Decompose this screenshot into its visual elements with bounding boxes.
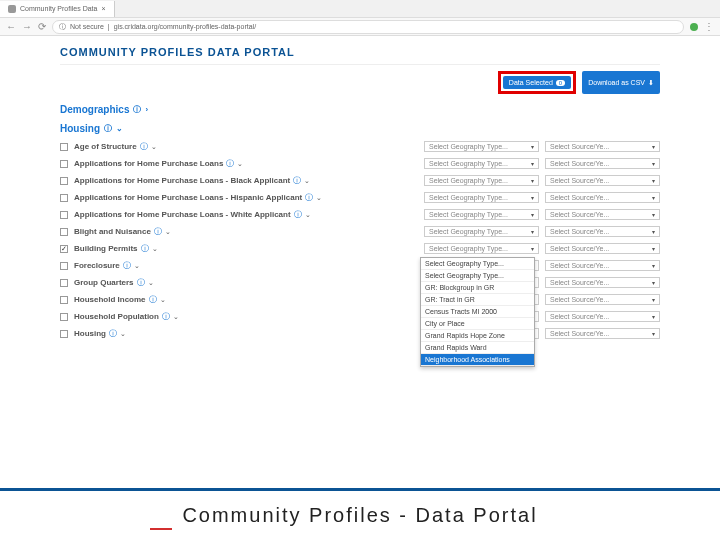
dropdown-option[interactable]: Grand Rapids Hope Zone [421, 330, 534, 342]
source-select[interactable]: Select Source/Ye...▾ [545, 158, 660, 169]
source-select[interactable]: Select Source/Ye...▾ [545, 175, 660, 186]
chevron-down-icon: ⌄ [165, 228, 171, 236]
dropdown-option[interactable]: Grand Rapids Ward [421, 342, 534, 354]
variable-row: Household Income ⓘ ⌄Select Geography Typ… [60, 291, 660, 308]
variable-row: Blight and Nuisance ⓘ ⌄Select Geography … [60, 223, 660, 240]
dropdown-option[interactable]: City or Place [421, 318, 534, 330]
browser-address-bar: ← → ⟳ ⓘ Not secure | gis.cridata.org/com… [0, 18, 720, 36]
info-icon[interactable]: ⓘ [154, 226, 162, 237]
caret-icon: ▾ [531, 245, 534, 252]
variable-row: Building Permits ⓘ ⌄Select Geography Typ… [60, 240, 660, 257]
url-input[interactable]: ⓘ Not secure | gis.cridata.org/community… [52, 20, 684, 34]
caret-icon: ▾ [652, 313, 655, 320]
info-icon[interactable]: ⓘ [140, 141, 148, 152]
info-icon[interactable]: ⓘ [133, 104, 141, 115]
source-select[interactable]: Select Source/Ye...▾ [545, 192, 660, 203]
info-icon[interactable]: ⓘ [123, 260, 131, 271]
variable-label: Applications for Home Purchase Loans - B… [74, 175, 418, 186]
extension-icon[interactable] [690, 23, 698, 31]
forward-icon[interactable]: → [22, 21, 32, 32]
geography-select[interactable]: Select Geography Type...▾ [424, 226, 539, 237]
browser-tab[interactable]: Community Profiles Data × [0, 1, 115, 17]
variable-label: Housing ⓘ ⌄ [74, 328, 418, 339]
highlight-box: Data Selected 0 [498, 71, 576, 94]
caret-icon: ▾ [652, 330, 655, 337]
checkbox[interactable] [60, 279, 68, 287]
checkbox[interactable] [60, 245, 68, 253]
info-icon[interactable]: ⓘ [109, 328, 117, 339]
checkbox[interactable] [60, 262, 68, 270]
info-icon[interactable]: ⓘ [162, 311, 170, 322]
variable-row: Housing ⓘ ⌄Select Geography Type...▾Sele… [60, 325, 660, 342]
data-selected-button[interactable]: Data Selected 0 [503, 76, 571, 89]
checkbox[interactable] [60, 211, 68, 219]
portal-title: COMMUNITY PROFILES DATA PORTAL [60, 42, 660, 65]
checkbox[interactable] [60, 330, 68, 338]
info-icon[interactable]: ⓘ [104, 123, 112, 134]
source-select[interactable]: Select Source/Ye...▾ [545, 243, 660, 254]
caret-icon: ▾ [652, 262, 655, 269]
slide-footer: Community Profiles - Data Portal [0, 488, 720, 540]
geography-select[interactable]: Select Geography Type...▾ [424, 175, 539, 186]
geography-select[interactable]: Select Geography Type...▾ [424, 158, 539, 169]
variable-label: Foreclosure ⓘ ⌄ [74, 260, 418, 271]
accent-underline [150, 528, 172, 530]
section-housing[interactable]: Housing ⓘ ⌄ [60, 119, 660, 138]
geography-select[interactable]: Select Geography Type...▾ [424, 141, 539, 152]
info-icon[interactable]: ⓘ [141, 243, 149, 254]
dropdown-option[interactable]: Select Geography Type... [421, 270, 534, 282]
section-demographics[interactable]: Demographics ⓘ › [60, 100, 660, 119]
geography-select[interactable]: Select Geography Type...▾ [424, 192, 539, 203]
footer-caption: Community Profiles - Data Portal [182, 504, 537, 527]
source-select[interactable]: Select Source/Ye...▾ [545, 209, 660, 220]
download-csv-button[interactable]: Download as CSV ⬇ [582, 71, 660, 94]
chevron-down-icon: ⌄ [305, 211, 311, 219]
source-select[interactable]: Select Source/Ye...▾ [545, 277, 660, 288]
info-icon[interactable]: ⓘ [149, 294, 157, 305]
checkbox[interactable] [60, 177, 68, 185]
caret-icon: ▾ [652, 143, 655, 150]
info-icon[interactable]: ⓘ [226, 158, 234, 169]
back-icon[interactable]: ← [6, 21, 16, 32]
variable-label: Building Permits ⓘ ⌄ [74, 243, 418, 254]
variable-label: Blight and Nuisance ⓘ ⌄ [74, 226, 418, 237]
download-icon: ⬇ [648, 79, 654, 87]
geography-select[interactable]: Select Geography Type...▾ [424, 209, 539, 220]
data-selected-count: 0 [556, 80, 565, 86]
info-icon[interactable]: ⓘ [305, 192, 313, 203]
checkbox[interactable] [60, 296, 68, 304]
favicon [8, 5, 16, 13]
chevron-down-icon: ⌄ [116, 124, 123, 133]
source-select[interactable]: Select Source/Ye...▾ [545, 260, 660, 271]
caret-icon: ▾ [531, 194, 534, 201]
info-icon[interactable]: ⓘ [137, 277, 145, 288]
info-icon[interactable]: ⓘ [294, 209, 302, 220]
menu-icon[interactable]: ⋮ [704, 21, 714, 32]
info-icon[interactable]: ⓘ [293, 175, 301, 186]
dropdown-option[interactable]: GR: Blockgroup in GR [421, 282, 534, 294]
variable-label: Age of Structure ⓘ ⌄ [74, 141, 418, 152]
source-select[interactable]: Select Source/Ye...▾ [545, 226, 660, 237]
checkbox[interactable] [60, 228, 68, 236]
checkbox[interactable] [60, 194, 68, 202]
geography-dropdown[interactable]: Select Geography Type...Select Geography… [420, 257, 535, 367]
close-icon[interactable]: × [101, 5, 105, 12]
checkbox[interactable] [60, 160, 68, 168]
dropdown-option[interactable]: Select Geography Type... [421, 258, 534, 270]
source-select[interactable]: Select Source/Ye...▾ [545, 141, 660, 152]
geography-select[interactable]: Select Geography Type...▾ [424, 243, 539, 254]
caret-icon: ▾ [531, 177, 534, 184]
caret-icon: ▾ [531, 211, 534, 218]
checkbox[interactable] [60, 313, 68, 321]
dropdown-option[interactable]: Neighborhood Associations [421, 354, 534, 366]
source-select[interactable]: Select Source/Ye...▾ [545, 311, 660, 322]
caret-icon: ▾ [652, 211, 655, 218]
caret-icon: ▾ [531, 228, 534, 235]
source-select[interactable]: Select Source/Ye...▾ [545, 294, 660, 305]
reload-icon[interactable]: ⟳ [38, 21, 46, 32]
dropdown-option[interactable]: GR: Tract in GR [421, 294, 534, 306]
dropdown-option[interactable]: Census Tracts MI 2000 [421, 306, 534, 318]
source-select[interactable]: Select Source/Ye...▾ [545, 328, 660, 339]
checkbox[interactable] [60, 143, 68, 151]
variable-row: Applications for Home Purchase Loans - B… [60, 172, 660, 189]
